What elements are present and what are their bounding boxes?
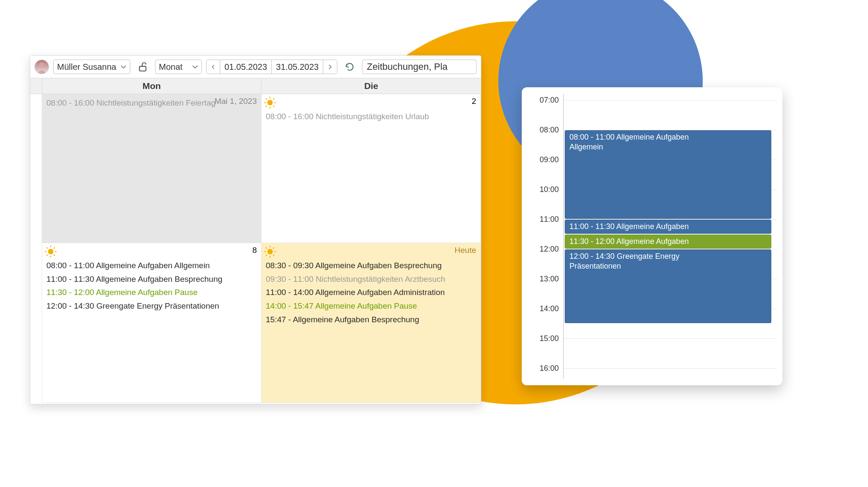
viewmode-label: Monat [159, 62, 183, 72]
slot-column[interactable]: 08:00 - 11:00 Allgemeine AufgabenAllgeme… [563, 94, 777, 378]
user-select[interactable]: Müller Susanna [53, 60, 130, 74]
calendar-event[interactable]: 09:30 - 11:00 Nichtleistungstätigkeiten … [266, 274, 476, 285]
time-tick: 08:00 [540, 126, 559, 135]
avatar[interactable] [34, 60, 49, 74]
weekday-tue: Die [262, 78, 481, 94]
weekday-header: Mon Die [30, 78, 481, 94]
dayview-event-block[interactable]: 12:00 - 14:30 Greengate EnergyPräsentati… [565, 249, 771, 323]
dayview-event-title: 12:00 - 14:30 Greengate Energy [569, 252, 679, 261]
search-input[interactable] [362, 60, 477, 74]
hour-line [564, 100, 777, 100]
dayview-event-title: 11:00 - 11:30 Allgemeine Aufgaben [569, 222, 689, 231]
unlock-button[interactable] [135, 60, 151, 74]
hour-line [564, 338, 777, 339]
dayview-event-subtitle: Präsentationen [569, 261, 767, 271]
time-tick: 15:00 [540, 334, 559, 343]
unlock-icon [137, 61, 148, 72]
time-tick: 11:00 [540, 215, 559, 224]
month-calendar-panel: Müller Susanna Monat [30, 55, 481, 404]
calendar-event[interactable]: 15:47 - Allgemeine Aufgaben Besprechung [266, 314, 476, 325]
svg-point-0 [39, 63, 44, 67]
sun-icon [266, 98, 274, 107]
day-cell-mon8[interactable]: 8 08:00 - 11:00 Allgemeine Aufgaben Allg… [42, 243, 262, 403]
gutter [30, 243, 42, 403]
day-cell-tue2[interactable]: 2 08:00 - 16:00 Nichtleistungstätigkeite… [262, 94, 481, 243]
calendar-event[interactable]: 11:00 - 11:30 Allgemeine Aufgaben Bespre… [46, 274, 257, 285]
date-label: 8 [252, 246, 257, 255]
day-cell-tue9-today[interactable]: Heute 08:30 - 09:30 Allgemeine Aufgaben … [262, 243, 481, 403]
dayview-event-subtitle: Allgemein [569, 142, 767, 152]
date-next-button[interactable] [323, 60, 337, 74]
chevron-left-icon [211, 64, 216, 70]
dayview-event-title: 08:00 - 11:00 Allgemeine Aufgaben [569, 133, 689, 141]
date-range: 01.05.2023 31.05.2023 [206, 60, 337, 74]
time-tick: 13:00 [540, 275, 559, 284]
time-tick: 14:00 [540, 304, 559, 313]
time-column: 07:0008:0009:0010:0011:0012:0013:0014:00… [527, 94, 563, 378]
month-grid: Mai 1, 2023 08:00 - 16:00 Nichtleistungs… [30, 94, 481, 403]
sun-icon [46, 247, 55, 256]
chevron-right-icon [328, 64, 333, 70]
date-label-today: Heute [454, 246, 476, 255]
calendar-event[interactable]: 08:00 - 11:00 Allgemeine Aufgaben Allgem… [46, 260, 257, 271]
calendar-event[interactable]: 08:30 - 09:30 Allgemeine Aufgaben Bespre… [266, 260, 476, 271]
weekday-mon: Mon [42, 78, 262, 94]
time-tick: 16:00 [540, 364, 559, 373]
calendar-event[interactable]: 08:00 - 16:00 Nichtleistungstätigkeiten … [266, 111, 476, 122]
sun-icon [266, 247, 274, 256]
date-label: 2 [471, 97, 476, 106]
avatar-icon [35, 60, 49, 74]
chevron-down-icon [192, 62, 198, 72]
calendar-event[interactable]: 14:00 - 15:47 Allgemeine Aufgaben Pause [266, 301, 476, 312]
calendar-event[interactable]: 11:30 - 12:00 Allgemeine Aufgaben Pause [46, 287, 257, 298]
date-prev-button[interactable] [207, 60, 220, 74]
hour-line [564, 368, 777, 369]
time-tick: 09:00 [540, 155, 559, 164]
time-tick: 07:00 [540, 96, 559, 105]
time-tick: 10:00 [540, 185, 559, 194]
svg-rect-1 [139, 66, 146, 71]
viewmode-select[interactable]: Monat [155, 60, 202, 74]
dayview-event-block[interactable]: 11:30 - 12:00 Allgemeine Aufgaben [565, 235, 771, 249]
refresh-icon [345, 62, 355, 72]
date-to[interactable]: 31.05.2023 [272, 60, 323, 74]
date-from[interactable]: 01.05.2023 [220, 60, 272, 74]
date-label: Mai 1, 2023 [215, 97, 257, 106]
dayview-event-block[interactable]: 11:00 - 11:30 Allgemeine Aufgaben [565, 220, 771, 234]
dayview-event-block[interactable]: 08:00 - 11:00 Allgemeine AufgabenAllgeme… [565, 130, 771, 219]
day-cell-mon1[interactable]: Mai 1, 2023 08:00 - 16:00 Nichtleistungs… [42, 94, 262, 243]
refresh-button[interactable] [342, 60, 358, 74]
toolbar: Müller Susanna Monat [30, 56, 481, 78]
dayview-event-title: 11:30 - 12:00 Allgemeine Aufgaben [569, 237, 689, 246]
user-select-label: Müller Susanna [57, 62, 116, 72]
calendar-event[interactable]: 12:00 - 14:30 Greengate Energy Präsentat… [46, 301, 257, 312]
time-tick: 12:00 [540, 245, 559, 254]
gutter [30, 94, 42, 243]
calendar-event[interactable]: 11:00 - 14:00 Allgemeine Aufgaben Admini… [266, 287, 476, 298]
day-view-card: 07:0008:0009:0010:0011:0012:0013:0014:00… [522, 87, 782, 385]
chevron-down-icon [121, 62, 126, 72]
